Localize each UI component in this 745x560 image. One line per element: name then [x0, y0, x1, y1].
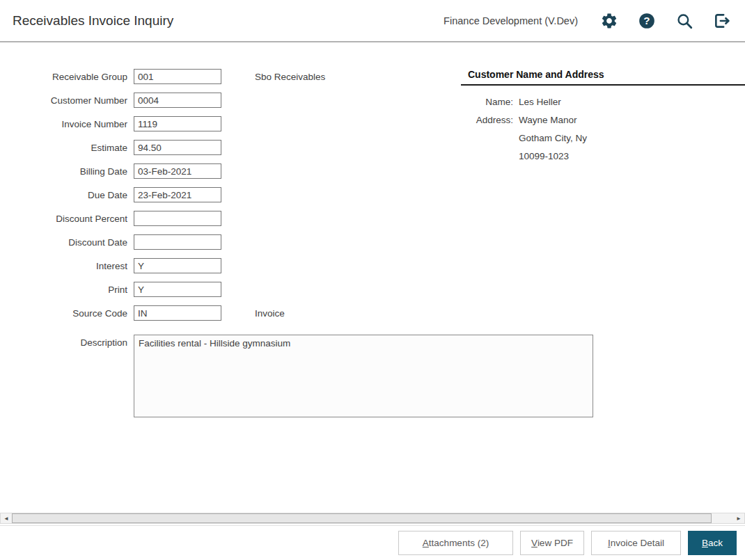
estimate-input[interactable] — [134, 140, 221, 155]
estimate-label: Estimate — [13, 143, 134, 153]
attachments-button[interactable]: Attachments (2) — [398, 531, 513, 555]
field-row: Source Code Invoice — [13, 305, 593, 321]
help-icon[interactable]: ? — [638, 12, 656, 30]
customer-address-line2: Gotham City, Ny — [519, 133, 587, 143]
discount-date-input[interactable] — [134, 234, 221, 250]
customer-name-label: Name: — [461, 97, 519, 107]
receivable-group-description: Sbo Receivables — [255, 72, 325, 82]
customer-number-label: Customer Number — [13, 95, 134, 106]
invoice-detail-button[interactable]: Invoice Detail — [591, 531, 681, 555]
invoice-number-input[interactable] — [134, 116, 221, 131]
header-bar: Receivables Invoice Inquiry Finance Deve… — [0, 0, 745, 42]
customer-name-row: Name: Les Heller — [461, 97, 745, 107]
billing-date-input[interactable] — [134, 163, 221, 179]
field-row: Discount Percent — [13, 211, 593, 226]
customer-address-row: Address: Wayne Manor — [461, 115, 745, 125]
due-date-label: Due Date — [13, 190, 134, 200]
settings-gear-icon[interactable] — [600, 12, 618, 30]
customer-address-label: Address: — [461, 115, 519, 125]
field-row: Due Date — [13, 187, 593, 202]
receivable-group-input[interactable] — [134, 69, 221, 84]
header-actions: Finance Development (V.Dev) ? — [444, 12, 731, 30]
customer-address-line3: 10099-1023 — [519, 151, 569, 161]
customer-name-value: Les Heller — [519, 97, 561, 107]
svg-text:?: ? — [643, 15, 650, 26]
logout-icon[interactable] — [713, 12, 731, 30]
customer-address-line1: Wayne Manor — [519, 115, 577, 125]
scrollbar-thumb[interactable] — [12, 513, 712, 523]
scroll-left-arrow-icon[interactable]: ◄ — [1, 513, 12, 523]
environment-label: Finance Development (V.Dev) — [444, 15, 578, 26]
discount-percent-label: Discount Percent — [13, 214, 134, 224]
customer-section-title: Customer Name and Address — [461, 69, 745, 86]
field-row: Description Facilities rental - Hillside… — [13, 335, 593, 417]
receivable-group-label: Receivable Group — [13, 72, 134, 82]
source-code-description: Invoice — [255, 308, 285, 319]
field-row: Interest — [13, 258, 593, 273]
due-date-input[interactable] — [134, 187, 221, 202]
invoice-number-label: Invoice Number — [13, 119, 134, 129]
discount-date-label: Discount Date — [13, 237, 134, 248]
scroll-right-arrow-icon[interactable]: ► — [733, 513, 744, 523]
view-pdf-button[interactable]: View PDF — [520, 531, 584, 555]
source-code-label: Source Code — [13, 308, 134, 319]
horizontal-scrollbar[interactable]: ◄ ► — [0, 513, 745, 524]
description-textarea[interactable]: Facilities rental - Hillside gymnasium — [134, 335, 593, 417]
customer-address-row: Gotham City, Ny — [461, 133, 745, 143]
footer-bar: Attachments (2) View PDF Invoice Detail … — [0, 525, 745, 560]
page-title: Receivables Invoice Inquiry — [13, 13, 173, 29]
scrollbar-track[interactable] — [12, 513, 733, 523]
customer-number-input[interactable] — [134, 93, 221, 108]
back-button[interactable]: Back — [688, 531, 737, 555]
field-row: Discount Date — [13, 234, 593, 250]
billing-date-label: Billing Date — [13, 166, 134, 177]
customer-address-row: 10099-1023 — [461, 151, 745, 161]
print-input[interactable] — [134, 282, 221, 297]
print-label: Print — [13, 285, 134, 295]
customer-panel: Customer Name and Address Name: Les Hell… — [461, 69, 745, 169]
search-icon[interactable] — [675, 12, 693, 30]
discount-percent-input[interactable] — [134, 211, 221, 226]
field-row: Print — [13, 282, 593, 297]
description-label: Description — [13, 335, 134, 348]
interest-label: Interest — [13, 261, 134, 271]
interest-input[interactable] — [134, 258, 221, 273]
source-code-input[interactable] — [134, 305, 221, 321]
